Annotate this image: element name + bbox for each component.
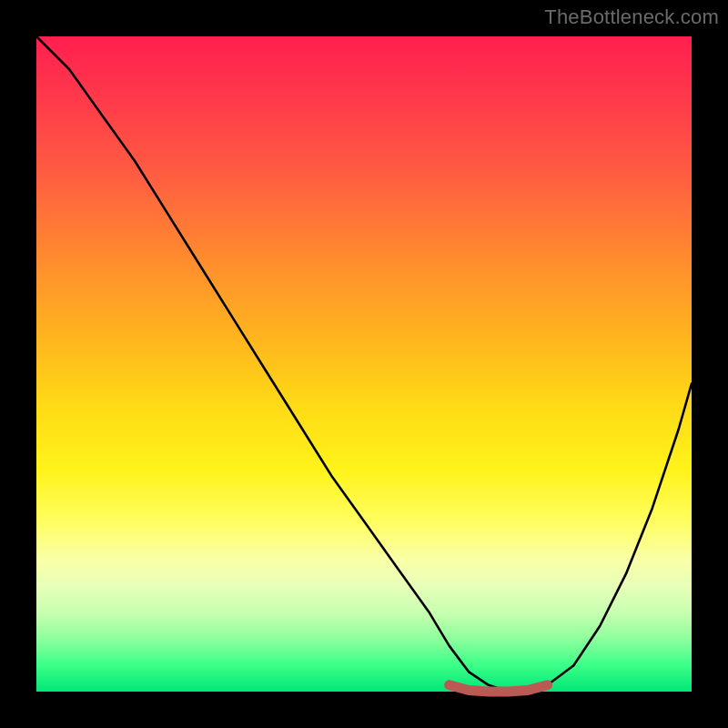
plot-area bbox=[36, 36, 692, 692]
bottleneck-curve bbox=[36, 36, 692, 692]
watermark-text: TheBottleneck.com bbox=[544, 5, 719, 29]
optimal-zone-marker bbox=[450, 685, 548, 692]
chart-frame: TheBottleneck.com bbox=[0, 0, 728, 728]
curve-svg bbox=[36, 36, 692, 692]
